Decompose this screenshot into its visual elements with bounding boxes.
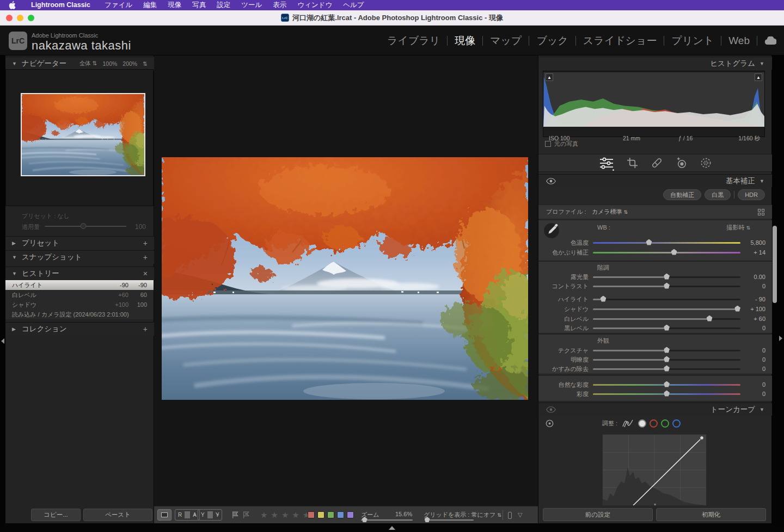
exposure-slider[interactable]: [593, 276, 740, 278]
red-channel-icon[interactable]: [650, 419, 658, 428]
slider-thumb[interactable]: [664, 391, 670, 397]
menu-window[interactable]: ウィンドウ: [292, 0, 338, 10]
slider-thumb[interactable]: [664, 347, 670, 353]
auto-button[interactable]: 自動補正: [663, 189, 701, 200]
hdr-button[interactable]: HDR: [738, 189, 765, 200]
blue-channel-icon[interactable]: [672, 419, 681, 428]
navigator-zoom-100[interactable]: 100%: [102, 60, 117, 67]
clear-history-icon[interactable]: ×: [143, 269, 148, 278]
slider-thumb[interactable]: [707, 316, 713, 321]
slider-value[interactable]: - 90: [740, 296, 772, 302]
amount-slider-thumb[interactable]: [80, 223, 86, 229]
wb-preset-value[interactable]: 撮影時 ⇅: [726, 224, 772, 232]
histogram-panel[interactable]: ▲ ▲ ISO 100 21 mm ƒ / 16 1/160 秒: [543, 71, 765, 137]
panel-toggle-eye-icon[interactable]: [546, 406, 556, 413]
menu-settings[interactable]: 設定: [211, 0, 236, 10]
paste-button[interactable]: ペースト: [83, 509, 152, 521]
cloud-sync-icon[interactable]: [764, 36, 776, 45]
color-label-red[interactable]: [308, 511, 315, 518]
slider-value[interactable]: 0: [740, 283, 772, 289]
before-after-lr-button[interactable]: RA: [175, 509, 200, 521]
disclosure-open-icon[interactable]: ▼: [12, 271, 17, 276]
loupe-view-button[interactable]: [157, 509, 171, 521]
history-item[interactable]: 読み込み / カメラ設定 (2024/06/23 2:01:00): [5, 310, 154, 319]
module-web[interactable]: Web: [721, 35, 757, 47]
slider-thumb[interactable]: [664, 325, 670, 331]
previous-settings-button[interactable]: 前の設定: [543, 508, 653, 521]
main-photo[interactable]: [162, 157, 528, 400]
color-label-yellow[interactable]: [317, 511, 324, 518]
menu-file[interactable]: ファイル: [99, 0, 138, 10]
slider-value[interactable]: 5,800: [740, 239, 772, 246]
slider-value[interactable]: 0.00: [740, 274, 772, 280]
disclosure-open-icon[interactable]: ▼: [759, 61, 764, 66]
amount-slider[interactable]: [45, 226, 126, 227]
module-slideshow[interactable]: スライドショー: [576, 34, 664, 48]
slider-value[interactable]: + 100: [740, 306, 772, 312]
whites-slider[interactable]: [593, 318, 740, 320]
navigator-preview[interactable]: [5, 69, 154, 206]
saturation-slider[interactable]: [593, 393, 740, 395]
menu-help[interactable]: ヘルプ: [338, 0, 369, 10]
slider-thumb[interactable]: [671, 249, 677, 255]
add-snapshot-icon[interactable]: +: [143, 253, 148, 262]
tone-curve-header[interactable]: トーンカーブ ▼: [538, 403, 772, 416]
compare-ra-dropdown-icon[interactable]: ▾: [194, 512, 196, 517]
profile-browser-icon[interactable]: [758, 209, 764, 215]
menu-photo[interactable]: 写真: [187, 0, 211, 10]
color-label-purple[interactable]: [347, 511, 354, 518]
disclosure-open-icon[interactable]: ▼: [759, 178, 764, 184]
compare-yy-dropdown-icon[interactable]: ▾: [217, 512, 219, 517]
collections-header[interactable]: ▶ コレクション +: [5, 322, 154, 336]
snapshots-header[interactable]: ▼ スナップショット +: [5, 250, 154, 264]
tint-slider[interactable]: [593, 252, 740, 253]
slider-thumb[interactable]: [664, 381, 670, 387]
slider-thumb[interactable]: [600, 296, 606, 302]
edit-sliders-tool-icon[interactable]: [599, 157, 614, 169]
zoom-slider[interactable]: [361, 519, 413, 521]
slider-value[interactable]: 0: [740, 366, 772, 372]
filmstrip-collapse-strip[interactable]: [0, 523, 784, 532]
highlight-clipping-indicator[interactable]: ▲: [755, 73, 762, 81]
color-label-blue[interactable]: [337, 511, 344, 518]
slider-value[interactable]: 0: [740, 381, 772, 388]
shadows-slider[interactable]: [593, 308, 740, 310]
reset-button[interactable]: 初期化: [656, 508, 766, 521]
module-map[interactable]: マップ: [483, 34, 529, 48]
texture-slider[interactable]: [593, 350, 740, 351]
blacks-slider[interactable]: [593, 327, 740, 329]
right-panel-collapse-strip[interactable]: [771, 55, 784, 532]
slider-value[interactable]: 0: [740, 347, 772, 354]
navigator-header[interactable]: ▼ ナビゲーター 全体 ⇅ 100% 200% ⇅: [5, 57, 154, 70]
history-item[interactable]: ハイライト -90 -90: [5, 280, 154, 290]
slider-thumb[interactable]: [664, 366, 670, 372]
menu-develop[interactable]: 現像: [162, 0, 187, 10]
menu-app-name[interactable]: Lightroom Classic: [26, 0, 96, 10]
history-item[interactable]: シャドウ +100 100: [5, 300, 154, 310]
collapse-right-icon[interactable]: [779, 336, 782, 341]
highlights-slider[interactable]: [593, 299, 740, 300]
slider-value[interactable]: 0: [740, 325, 772, 331]
module-library[interactable]: ライブラリ: [380, 34, 447, 48]
green-channel-icon[interactable]: [661, 419, 669, 428]
slider-thumb[interactable]: [664, 283, 670, 289]
crop-tool-icon[interactable]: [627, 157, 638, 169]
slider-thumb[interactable]: [646, 239, 652, 245]
toolbar-dropdown-icon[interactable]: ▽: [518, 511, 522, 518]
temp-slider[interactable]: [593, 242, 740, 244]
pick-flag-icon[interactable]: [231, 511, 240, 519]
slider-value[interactable]: 0: [740, 356, 772, 363]
masking-tool-icon[interactable]: [700, 157, 712, 169]
basic-panel-header[interactable]: 基本補正 ▼: [538, 174, 772, 187]
original-checkbox[interactable]: [545, 141, 551, 147]
history-item[interactable]: 白レベル +60 60: [5, 290, 154, 300]
clarity-slider[interactable]: [593, 359, 740, 361]
point-curve-channel-icon[interactable]: [638, 419, 646, 428]
right-panel-scrollbar[interactable]: [773, 226, 777, 303]
history-header[interactable]: ▼ ヒストリー ×: [5, 267, 154, 280]
color-label-green[interactable]: [327, 511, 334, 518]
menu-edit[interactable]: 編集: [138, 0, 162, 10]
disclosure-closed-icon[interactable]: ▶: [12, 240, 17, 246]
tone-curve-plot[interactable]: [602, 434, 707, 506]
shadow-clipping-indicator[interactable]: ▲: [546, 73, 553, 81]
